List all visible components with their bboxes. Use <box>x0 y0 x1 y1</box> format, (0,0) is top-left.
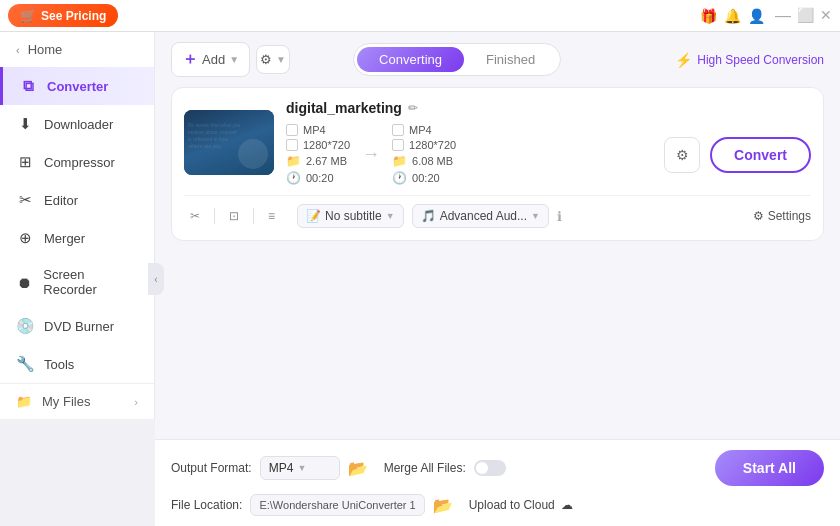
user-icon[interactable]: 👤 <box>747 8 765 24</box>
add-settings-button[interactable]: ⚙ ▼ <box>256 45 290 74</box>
source-format-label: MP4 <box>303 124 326 136</box>
bottom-rows: Output Format: MP4 ▼ 📂 Merge All Files: … <box>171 450 824 516</box>
source-size-label: 2.67 MB <box>306 155 347 167</box>
downloader-label: Downloader <box>44 117 113 132</box>
titlebar: 🛒 See Pricing 🎁 🔔 👤 — ⬜ ✕ <box>0 0 840 32</box>
audio-select[interactable]: 🎵 Advanced Aud... ▼ <box>412 204 549 228</box>
sidebar-item-downloader[interactable]: ⬇ Downloader <box>0 105 154 143</box>
file-thumbnail: Be aware that what you believe about you… <box>184 110 274 175</box>
dvd-burner-icon: 💿 <box>16 317 34 335</box>
sidebar-item-dvd-burner[interactable]: 💿 DVD Burner <box>0 307 154 345</box>
subtitle-select[interactable]: 📝 No subtitle ▼ <box>297 204 404 228</box>
file-list: Be aware that what you believe about you… <box>155 87 840 439</box>
start-all-button[interactable]: Start All <box>715 450 824 486</box>
crop-icon: ⊡ <box>229 209 239 223</box>
file-name-row: digital_marketing ✏ <box>286 100 811 116</box>
pricing-bell-icon: 🛒 <box>20 8 36 23</box>
settings-link[interactable]: ⚙ Settings <box>753 209 811 223</box>
minimize-button[interactable]: — <box>775 7 791 25</box>
sidebar-item-merger[interactable]: ⊕ Merger <box>0 219 154 257</box>
pricing-label: See Pricing <box>41 9 106 23</box>
sidebar-item-screen-recorder[interactable]: ⏺ Screen Recorder <box>0 257 154 307</box>
source-resolution: 1280*720 <box>286 139 350 151</box>
output-format-select[interactable]: MP4 ▼ <box>260 456 340 480</box>
info-icon[interactable]: ℹ <box>557 209 562 224</box>
content-area: ＋ Add ▼ ⚙ ▼ Converting Finished ⚡ High S… <box>155 32 840 526</box>
sidebar-item-editor[interactable]: ✂ Editor <box>0 181 154 219</box>
target-size-label: 6.08 MB <box>412 155 453 167</box>
file-location-field: File Location: E:\Wondershare UniConvert… <box>171 494 453 516</box>
file-info: digital_marketing ✏ MP4 <box>286 100 811 185</box>
target-size: 📁 6.08 MB <box>392 154 456 168</box>
sidebar-item-converter[interactable]: ⧉ Converter <box>0 67 154 105</box>
file-location-path[interactable]: E:\Wondershare UniConverter 1 <box>250 494 424 516</box>
bottom-bar: Output Format: MP4 ▼ 📂 Merge All Files: … <box>155 439 840 526</box>
target-format-block: MP4 1280*720 📁 6.08 MB <box>392 124 456 185</box>
location-folder-icon[interactable]: 📂 <box>433 496 453 515</box>
target-format: MP4 <box>392 124 456 136</box>
app-body: ‹ Home ⧉ Converter ⬇ Downloader ⊞ Compre… <box>0 32 840 526</box>
tab-converting[interactable]: Converting <box>357 47 464 72</box>
subtitle-icon: 📝 <box>306 209 321 223</box>
tab-finished[interactable]: Finished <box>464 47 557 72</box>
sidebar-item-compressor[interactable]: ⊞ Compressor <box>0 143 154 181</box>
add-settings-icon: ⚙ <box>260 52 272 67</box>
convert-actions: ⚙ Convert <box>664 137 811 173</box>
sidebar-item-tools[interactable]: 🔧 Tools <box>0 345 154 383</box>
cloud-icon: ☁ <box>561 498 573 512</box>
crop-tool-button[interactable]: ⊡ <box>223 206 245 226</box>
convert-button[interactable]: Convert <box>710 137 811 173</box>
gift-icon[interactable]: 🎁 <box>699 8 717 24</box>
source-duration: 🕐 00:20 <box>286 171 350 185</box>
merge-toggle-switch[interactable] <box>474 460 506 476</box>
add-chevron-icon: ▼ <box>229 54 239 65</box>
target-resolution: 1280*720 <box>392 139 456 151</box>
add-files-button[interactable]: ＋ Add ▼ <box>171 42 250 77</box>
format-arrow-icon: → <box>362 144 380 165</box>
sidebar-nav: ⧉ Converter ⬇ Downloader ⊞ Compressor ✂ … <box>0 67 154 383</box>
bottom-row-2: File Location: E:\Wondershare UniConvert… <box>171 494 824 516</box>
target-format-label: MP4 <box>409 124 432 136</box>
converter-label: Converter <box>47 79 108 94</box>
tab-group: Converting Finished <box>353 43 561 76</box>
merge-all-label: Merge All Files: <box>384 461 466 475</box>
bottom-row-1: Output Format: MP4 ▼ 📂 Merge All Files: … <box>171 450 824 486</box>
edit-filename-icon[interactable]: ✏ <box>408 101 418 115</box>
audio-label: Advanced Aud... <box>440 209 527 223</box>
file-settings-icon-button[interactable]: ⚙ <box>664 137 700 173</box>
sidebar: ‹ Home ⧉ Converter ⬇ Downloader ⊞ Compre… <box>0 32 155 419</box>
tools-icon: 🔧 <box>16 355 34 373</box>
home-label: Home <box>28 42 63 57</box>
tool-separator-1 <box>214 208 215 224</box>
speed-label: High Speed Conversion <box>697 53 824 67</box>
close-button[interactable]: ✕ <box>820 7 832 25</box>
format-folder-icon[interactable]: 📂 <box>348 459 368 478</box>
see-pricing-button[interactable]: 🛒 See Pricing <box>8 4 118 27</box>
target-resolution-label: 1280*720 <box>409 139 456 151</box>
target-duration-label: 00:20 <box>412 172 440 184</box>
maximize-button[interactable]: ⬜ <box>797 7 814 25</box>
sidebar-wrapper: ‹ Home ⧉ Converter ⬇ Downloader ⊞ Compre… <box>0 32 155 526</box>
source-resolution-check <box>286 139 298 151</box>
notification-icon[interactable]: 🔔 <box>723 8 741 24</box>
output-format-field: Output Format: MP4 ▼ 📂 <box>171 456 368 480</box>
merger-label: Merger <box>44 231 85 246</box>
collapse-icon: ‹ <box>154 274 157 285</box>
cut-tool-button[interactable]: ✂ <box>184 206 206 226</box>
converter-icon: ⧉ <box>19 77 37 95</box>
add-settings-chevron-icon: ▼ <box>276 54 286 65</box>
file-card-tools: ✂ ⊡ ≡ 📝 No subtitle ▼ <box>184 195 811 228</box>
effects-tool-button[interactable]: ≡ <box>262 206 281 226</box>
window-controls: — ⬜ ✕ <box>775 7 832 25</box>
upload-cloud-button[interactable]: Upload to Cloud ☁ <box>469 498 573 512</box>
audio-chevron-icon: ▼ <box>531 211 540 221</box>
output-format-label: Output Format: <box>171 461 252 475</box>
settings-gear-icon: ⚙ <box>753 209 764 223</box>
sidebar-my-files[interactable]: 📁 My Files › <box>0 383 154 419</box>
sidebar-home[interactable]: ‹ Home <box>0 32 154 67</box>
source-duration-label: 00:20 <box>306 172 334 184</box>
file-name: digital_marketing <box>286 100 402 116</box>
editor-icon: ✂ <box>16 191 34 209</box>
sidebar-collapse-button[interactable]: ‹ <box>148 263 164 295</box>
my-files-icon: 📁 <box>16 394 32 409</box>
